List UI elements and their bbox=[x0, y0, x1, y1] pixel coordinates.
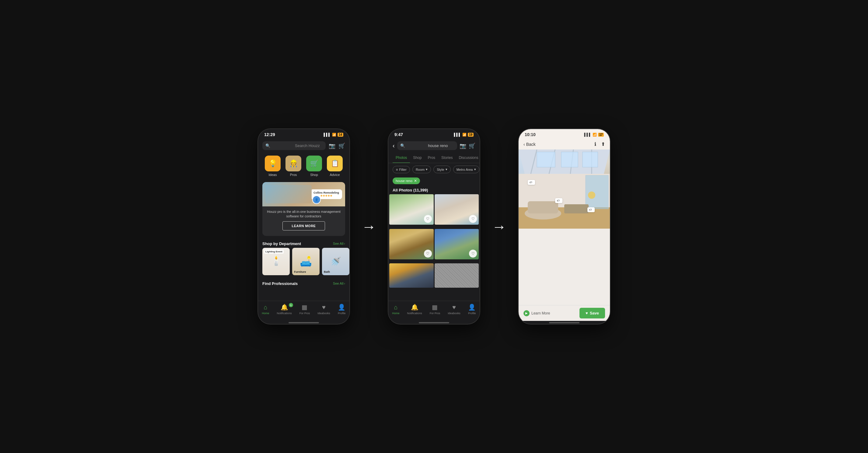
category-grid-1: 💡 Ideas 👷 Pros 🛒 Shop 📋 Advice bbox=[258, 153, 349, 180]
shop-item-furniture[interactable]: Furniture 🛋️ bbox=[292, 248, 319, 275]
back-button-2[interactable]: ‹ bbox=[393, 142, 395, 149]
promo-text: Houzz pro is the all-in-one business man… bbox=[262, 206, 345, 236]
svg-rect-10 bbox=[586, 175, 609, 209]
price-tag-2[interactable]: 🏷 bbox=[555, 198, 562, 203]
lighting-label: Lighting Event bbox=[264, 250, 284, 253]
price-tag-3[interactable]: 🏷 bbox=[587, 207, 595, 212]
nav-ideabooks-2[interactable]: ♥ Ideabooks bbox=[448, 304, 461, 315]
lighting-icon: 🕯️ bbox=[271, 255, 282, 266]
style-filter[interactable]: Style ▾ bbox=[433, 165, 451, 173]
phone-2: 9:47 ▌▌▌ 📶 19 ‹ 🔍 house reno 📷 🛒 Photos … bbox=[389, 129, 479, 324]
home-indicator-2 bbox=[419, 322, 449, 323]
category-pros[interactable]: 👷 Pros bbox=[285, 156, 301, 177]
nav-profile-1[interactable]: 👤 Profile bbox=[338, 304, 346, 315]
status-bar-3: 10:10 ▌▌▌ 📶 17 bbox=[519, 129, 610, 139]
photo-4[interactable]: ♡ bbox=[435, 229, 479, 260]
wifi-icon-2: 📶 bbox=[462, 133, 467, 137]
photo-6[interactable] bbox=[435, 263, 479, 288]
learn-more-button-1[interactable]: LEARN MORE bbox=[282, 221, 326, 231]
bath-icon: 🚿 bbox=[331, 256, 341, 266]
nav-forpros-1[interactable]: ▦ For Pros bbox=[300, 304, 310, 315]
filter-label: Filter bbox=[399, 168, 406, 172]
svg-rect-6 bbox=[561, 152, 578, 167]
time-2: 9:47 bbox=[395, 132, 403, 137]
shop-scroll: Lighting Event 🕯️ Furniture 🛋️ Bath 🚿 bbox=[258, 248, 349, 278]
forpros-label-2: For Pros bbox=[430, 312, 440, 315]
promo-body: Houzz pro is the all-in-one business man… bbox=[266, 209, 341, 219]
category-ideas[interactable]: 💡 Ideas bbox=[265, 156, 281, 177]
category-advice[interactable]: 📋 Advice bbox=[327, 156, 343, 177]
tabs-row-2: Photos Shop Pros Stories Discussions bbox=[389, 153, 479, 163]
photo-2[interactable]: ♡ bbox=[435, 194, 479, 225]
shop-see-all[interactable]: See All › bbox=[333, 242, 345, 245]
photo-1[interactable]: ♡ bbox=[389, 194, 434, 225]
camera-icon-2[interactable]: 📷 bbox=[460, 143, 466, 149]
screen3-header: ‹ Back ℹ ⬆ bbox=[519, 139, 610, 149]
pros-section-title: Find Professionals bbox=[262, 281, 298, 286]
ideas-label: Ideas bbox=[269, 173, 277, 177]
cart-icon-2[interactable]: 🛒 bbox=[469, 143, 475, 149]
learn-more-link-3[interactable]: ▶ Learn More bbox=[524, 310, 550, 316]
filter-button[interactable]: ≡ Filter bbox=[393, 166, 410, 173]
heart-btn-3[interactable]: ♡ bbox=[424, 250, 432, 258]
bottom-nav-2: ⌂ Home 🔔 Notifications ▦ For Pros ♥ Idea… bbox=[389, 301, 479, 321]
search-input-1[interactable]: 🔍 Search Houzz bbox=[262, 141, 326, 150]
remove-filter-btn[interactable]: ✕ bbox=[414, 179, 417, 183]
shop-item-lighting[interactable]: Lighting Event 🕯️ bbox=[262, 248, 290, 275]
advice-icon: 📋 bbox=[327, 156, 343, 172]
scene: 12:29 ▌▌▌ 📶 14 🔍 Search Houzz 📷 🛒 💡 Idea… bbox=[246, 117, 622, 336]
shop-item-bath[interactable]: Bath 🚿 bbox=[322, 248, 349, 275]
shop-section-title: Shop by Department bbox=[262, 241, 301, 246]
pros-see-all[interactable]: See All › bbox=[333, 281, 345, 285]
room-filter[interactable]: Room ▾ bbox=[412, 165, 431, 173]
share-icon-3[interactable]: ⬆ bbox=[601, 141, 605, 147]
active-filter-row: house reno ✕ bbox=[389, 176, 479, 186]
save-button-3[interactable]: ♥ Save bbox=[580, 308, 605, 319]
cart-icon-1[interactable]: 🛒 bbox=[338, 143, 345, 149]
metro-filter[interactable]: Metro Area ▾ bbox=[453, 165, 479, 173]
category-shop[interactable]: 🛒 Shop bbox=[306, 156, 322, 177]
arrow-1: → bbox=[362, 218, 376, 235]
bottom-panel-3 bbox=[519, 229, 610, 305]
search-value-2: house reno bbox=[428, 143, 454, 148]
nav-notifications-1[interactable]: 🔔 1 Notifications bbox=[277, 304, 292, 315]
nav-ideabooks-1[interactable]: ♥ Ideabooks bbox=[317, 304, 330, 315]
heart-btn-1[interactable]: ♡ bbox=[424, 215, 432, 223]
heart-btn-2[interactable]: ♡ bbox=[469, 215, 477, 223]
tab-pros[interactable]: Pros bbox=[425, 153, 438, 163]
style-label: Style bbox=[437, 168, 444, 172]
signal-icon-3: ▌▌▌ bbox=[584, 133, 591, 137]
bottom-nav-1: ⌂ Home 🔔 1 Notifications ▦ For Pros ♥ Id… bbox=[258, 301, 349, 321]
search-placeholder-1: Search Houzz bbox=[295, 143, 322, 148]
pros-icon: 👷 bbox=[285, 156, 301, 172]
time-1: 12:29 bbox=[264, 132, 275, 137]
info-icon-3[interactable]: ℹ bbox=[594, 141, 596, 147]
pros-section-header: Find Professionals See All › bbox=[258, 278, 349, 288]
nav-notifications-2[interactable]: 🔔 Notifications bbox=[407, 304, 422, 315]
sofa-icon: 🛋️ bbox=[300, 256, 312, 267]
back-label-3: Back bbox=[526, 142, 536, 147]
search-input-2[interactable]: 🔍 house reno bbox=[397, 141, 457, 150]
tab-photos[interactable]: Photos bbox=[393, 153, 410, 163]
photo-5[interactable] bbox=[389, 263, 434, 288]
camera-icon-1[interactable]: 📷 bbox=[329, 143, 335, 149]
nav-forpros-2[interactable]: ▦ For Pros bbox=[430, 304, 440, 315]
back-button-3[interactable]: ‹ Back bbox=[524, 142, 536, 147]
interior-svg bbox=[519, 149, 610, 229]
price-tag-1[interactable]: 🏷 bbox=[528, 180, 535, 185]
nav-home-2[interactable]: ⌂ Home bbox=[392, 304, 400, 315]
tab-stories[interactable]: Stories bbox=[438, 153, 456, 163]
nav-profile-2[interactable]: 👤 Profile bbox=[468, 304, 476, 315]
main-photo-3[interactable]: 🏷 🏷 🏷 bbox=[519, 149, 610, 229]
status-icons-2: ▌▌▌ 📶 19 bbox=[454, 133, 473, 137]
screen3-icons: ℹ ⬆ bbox=[594, 141, 605, 147]
heart-btn-4[interactable]: ♡ bbox=[469, 250, 477, 258]
search-icon-2: 🔍 bbox=[400, 143, 426, 148]
photo-3[interactable]: ♡ bbox=[389, 229, 434, 260]
nav-home-1[interactable]: ⌂ Home bbox=[262, 304, 269, 315]
learn-more-text-3: Learn More bbox=[531, 311, 550, 315]
notifications-label-1: Notifications bbox=[277, 312, 292, 315]
forpros-icon-2: ▦ bbox=[432, 304, 438, 311]
tab-shop[interactable]: Shop bbox=[410, 153, 425, 163]
tab-discussions[interactable]: Discussions bbox=[456, 153, 479, 163]
